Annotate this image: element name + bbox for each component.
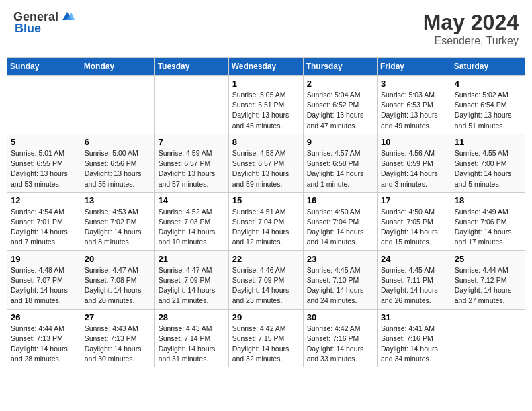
- calendar-cell: 1Sunrise: 5:05 AMSunset: 6:51 PMDaylight…: [228, 76, 303, 134]
- day-detail: Sunrise: 4:56 AMSunset: 6:59 PMDaylight:…: [381, 148, 447, 189]
- calendar-cell: 4Sunrise: 5:02 AMSunset: 6:54 PMDaylight…: [451, 76, 525, 134]
- calendar-cell: 16Sunrise: 4:50 AMSunset: 7:04 PMDayligh…: [303, 192, 377, 250]
- day-detail: Sunrise: 4:42 AMSunset: 7:16 PMDaylight:…: [307, 324, 373, 365]
- calendar-cell: 14Sunrise: 4:52 AMSunset: 7:03 PMDayligh…: [154, 192, 228, 250]
- calendar-table: SundayMondayTuesdayWednesdayThursdayFrid…: [7, 57, 525, 367]
- day-detail: Sunrise: 4:47 AMSunset: 7:09 PMDaylight:…: [159, 265, 225, 306]
- weekday-header-sunday: Sunday: [7, 58, 81, 76]
- calendar-cell: 23Sunrise: 4:45 AMSunset: 7:10 PMDayligh…: [303, 250, 377, 309]
- day-number: 15: [232, 195, 300, 205]
- calendar-cell: 9Sunrise: 4:57 AMSunset: 6:58 PMDaylight…: [303, 134, 377, 192]
- calendar-cell: 18Sunrise: 4:49 AMSunset: 7:06 PMDayligh…: [451, 192, 525, 250]
- day-detail: Sunrise: 4:46 AMSunset: 7:09 PMDaylight:…: [232, 265, 300, 306]
- day-detail: Sunrise: 4:50 AMSunset: 7:05 PMDaylight:…: [381, 207, 447, 248]
- day-detail: Sunrise: 4:59 AMSunset: 6:57 PMDaylight:…: [159, 148, 225, 189]
- calendar-cell: 28Sunrise: 4:43 AMSunset: 7:14 PMDayligh…: [154, 309, 228, 367]
- calendar-week-1: 1Sunrise: 5:05 AMSunset: 6:51 PMDaylight…: [7, 76, 525, 134]
- calendar-week-5: 26Sunrise: 4:44 AMSunset: 7:13 PMDayligh…: [7, 309, 525, 367]
- weekday-header-thursday: Thursday: [303, 58, 377, 76]
- day-detail: Sunrise: 4:50 AMSunset: 7:04 PMDaylight:…: [307, 207, 373, 248]
- calendar-cell: 26Sunrise: 4:44 AMSunset: 7:13 PMDayligh…: [7, 309, 81, 367]
- day-number: 7: [159, 137, 225, 147]
- calendar-cell: 30Sunrise: 4:42 AMSunset: 7:16 PMDayligh…: [303, 309, 377, 367]
- calendar-cell: [451, 309, 525, 367]
- day-number: 3: [381, 79, 447, 89]
- day-number: 25: [455, 254, 521, 264]
- calendar-cell: 5Sunrise: 5:01 AMSunset: 6:55 PMDaylight…: [7, 134, 81, 192]
- day-number: 29: [232, 312, 300, 322]
- weekday-header-friday: Friday: [378, 58, 451, 76]
- day-detail: Sunrise: 4:58 AMSunset: 6:57 PMDaylight:…: [232, 148, 300, 189]
- calendar-cell: 6Sunrise: 5:00 AMSunset: 6:56 PMDaylight…: [81, 134, 154, 192]
- calendar-cell: 31Sunrise: 4:41 AMSunset: 7:16 PMDayligh…: [378, 309, 451, 367]
- day-number: 4: [455, 79, 521, 89]
- day-number: 2: [307, 79, 373, 89]
- calendar-cell: 19Sunrise: 4:48 AMSunset: 7:07 PMDayligh…: [7, 250, 81, 309]
- calendar-cell: 17Sunrise: 4:50 AMSunset: 7:05 PMDayligh…: [378, 192, 451, 250]
- calendar-cell: 2Sunrise: 5:04 AMSunset: 6:52 PMDaylight…: [303, 76, 377, 134]
- day-detail: Sunrise: 5:05 AMSunset: 6:51 PMDaylight:…: [232, 90, 300, 131]
- calendar-cell: [7, 76, 81, 134]
- day-detail: Sunrise: 4:57 AMSunset: 6:58 PMDaylight:…: [307, 148, 373, 189]
- day-detail: Sunrise: 4:43 AMSunset: 7:13 PMDaylight:…: [85, 324, 151, 365]
- calendar-week-3: 12Sunrise: 4:54 AMSunset: 7:01 PMDayligh…: [7, 192, 525, 250]
- day-detail: Sunrise: 4:44 AMSunset: 7:13 PMDaylight:…: [11, 324, 77, 365]
- day-detail: Sunrise: 4:52 AMSunset: 7:03 PMDaylight:…: [159, 207, 225, 248]
- calendar-cell: 20Sunrise: 4:47 AMSunset: 7:08 PMDayligh…: [81, 250, 154, 309]
- weekday-header-tuesday: Tuesday: [154, 58, 228, 76]
- calendar-week-4: 19Sunrise: 4:48 AMSunset: 7:07 PMDayligh…: [7, 250, 525, 309]
- day-number: 21: [159, 254, 225, 264]
- logo-blue: Blue: [15, 21, 41, 36]
- day-number: 26: [11, 312, 77, 322]
- day-number: 8: [232, 137, 300, 147]
- day-number: 22: [232, 254, 300, 264]
- day-number: 13: [85, 195, 151, 205]
- calendar-cell: 11Sunrise: 4:55 AMSunset: 7:00 PMDayligh…: [451, 134, 525, 192]
- calendar-cell: 22Sunrise: 4:46 AMSunset: 7:09 PMDayligh…: [228, 250, 303, 309]
- day-detail: Sunrise: 4:47 AMSunset: 7:08 PMDaylight:…: [85, 265, 151, 306]
- calendar-cell: 8Sunrise: 4:58 AMSunset: 6:57 PMDaylight…: [228, 134, 303, 192]
- calendar-cell: 15Sunrise: 4:51 AMSunset: 7:04 PMDayligh…: [228, 192, 303, 250]
- logo-icon: [60, 11, 75, 23]
- day-detail: Sunrise: 4:42 AMSunset: 7:15 PMDaylight:…: [232, 324, 300, 365]
- day-detail: Sunrise: 4:51 AMSunset: 7:04 PMDaylight:…: [232, 207, 300, 248]
- day-number: 11: [455, 137, 521, 147]
- day-number: 27: [85, 312, 151, 322]
- day-detail: Sunrise: 4:45 AMSunset: 7:10 PMDaylight:…: [307, 265, 373, 306]
- day-number: 19: [11, 254, 77, 264]
- day-number: 31: [381, 312, 447, 322]
- day-detail: Sunrise: 4:55 AMSunset: 7:00 PMDaylight:…: [455, 148, 521, 189]
- calendar-cell: 7Sunrise: 4:59 AMSunset: 6:57 PMDaylight…: [154, 134, 228, 192]
- day-number: 23: [307, 254, 373, 264]
- day-number: 18: [455, 195, 521, 205]
- day-number: 30: [307, 312, 373, 322]
- calendar-cell: 24Sunrise: 4:45 AMSunset: 7:11 PMDayligh…: [378, 250, 451, 309]
- month-title: May 2024: [423, 10, 519, 35]
- day-detail: Sunrise: 5:04 AMSunset: 6:52 PMDaylight:…: [307, 90, 373, 131]
- day-detail: Sunrise: 5:01 AMSunset: 6:55 PMDaylight:…: [11, 148, 77, 189]
- weekday-header-saturday: Saturday: [451, 58, 525, 76]
- page-header: General Blue May 2024 Esendere, Turkey: [7, 7, 525, 50]
- weekday-header-monday: Monday: [81, 58, 154, 76]
- day-number: 14: [159, 195, 225, 205]
- day-detail: Sunrise: 5:00 AMSunset: 6:56 PMDaylight:…: [85, 148, 151, 189]
- calendar-cell: 29Sunrise: 4:42 AMSunset: 7:15 PMDayligh…: [228, 309, 303, 367]
- day-number: 28: [159, 312, 225, 322]
- day-detail: Sunrise: 5:02 AMSunset: 6:54 PMDaylight:…: [455, 90, 521, 131]
- calendar-cell: 13Sunrise: 4:53 AMSunset: 7:02 PMDayligh…: [81, 192, 154, 250]
- calendar-cell: 3Sunrise: 5:03 AMSunset: 6:53 PMDaylight…: [378, 76, 451, 134]
- calendar-cell: 25Sunrise: 4:44 AMSunset: 7:12 PMDayligh…: [451, 250, 525, 309]
- day-detail: Sunrise: 4:45 AMSunset: 7:11 PMDaylight:…: [381, 265, 447, 306]
- day-number: 9: [307, 137, 373, 147]
- day-number: 12: [11, 195, 77, 205]
- day-number: 16: [307, 195, 373, 205]
- calendar-cell: 10Sunrise: 4:56 AMSunset: 6:59 PMDayligh…: [378, 134, 451, 192]
- day-number: 1: [232, 79, 300, 89]
- calendar-cell: 12Sunrise: 4:54 AMSunset: 7:01 PMDayligh…: [7, 192, 81, 250]
- day-detail: Sunrise: 4:48 AMSunset: 7:07 PMDaylight:…: [11, 265, 77, 306]
- title-block: May 2024 Esendere, Turkey: [423, 10, 519, 47]
- day-number: 10: [381, 137, 447, 147]
- day-number: 20: [85, 254, 151, 264]
- day-detail: Sunrise: 4:41 AMSunset: 7:16 PMDaylight:…: [381, 324, 447, 365]
- calendar-cell: [154, 76, 228, 134]
